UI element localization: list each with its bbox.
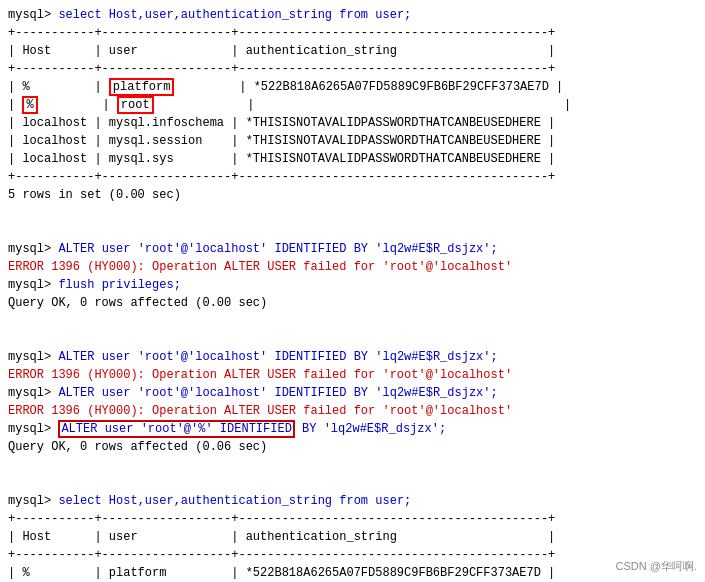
terminal-output: mysql> select Host,user,authentication_s… bbox=[0, 0, 705, 582]
table-border-4: +-----------+------------------+--------… bbox=[8, 510, 697, 528]
query-line-1: mysql> select Host,user,authentication_s… bbox=[8, 6, 697, 24]
query-ok-1: Query OK, 0 rows affected (0.00 sec) bbox=[8, 294, 697, 312]
row-session: | localhost | mysql.session | *THISISNOT… bbox=[8, 132, 697, 150]
alter-cmd-2: mysql> ALTER user 'root'@'localhost' IDE… bbox=[8, 348, 697, 366]
error-1: ERROR 1396 (HY000): Operation ALTER USER… bbox=[8, 258, 697, 276]
row-sys: | localhost | mysql.sys | *THISISNOTAVAL… bbox=[8, 150, 697, 168]
table-header: | Host | user | authentication_string | bbox=[8, 42, 697, 60]
error-2: ERROR 1396 (HY000): Operation ALTER USER… bbox=[8, 366, 697, 384]
alter-cmd-1: mysql> ALTER user 'root'@'localhost' IDE… bbox=[8, 240, 697, 258]
table-border-3: +-----------+------------------+--------… bbox=[8, 168, 697, 186]
blank-4 bbox=[8, 330, 697, 348]
table-header-2: | Host | user | authentication_string | bbox=[8, 528, 697, 546]
row-root: | % | root | | bbox=[8, 96, 697, 114]
flush-cmd: mysql> flush privileges; bbox=[8, 276, 697, 294]
blank-2 bbox=[8, 222, 697, 240]
row-infoschema: | localhost | mysql.infoschema | *THISIS… bbox=[8, 114, 697, 132]
rows-count-1: 5 rows in set (0.00 sec) bbox=[8, 186, 697, 204]
row2-platform: | % | platform | *522B818A6265A07FD5889C… bbox=[8, 564, 697, 582]
alter-cmd-4: mysql> ALTER user 'root'@'%' IDENTIFIED … bbox=[8, 420, 697, 438]
watermark: CSDN @华呵啊. bbox=[616, 559, 697, 574]
blank-3 bbox=[8, 312, 697, 330]
table-border-5: +-----------+------------------+--------… bbox=[8, 546, 697, 564]
table-border-2: +-----------+------------------+--------… bbox=[8, 60, 697, 78]
error-3: ERROR 1396 (HY000): Operation ALTER USER… bbox=[8, 402, 697, 420]
blank-5 bbox=[8, 456, 697, 474]
query-ok-2: Query OK, 0 rows affected (0.06 sec) bbox=[8, 438, 697, 456]
row-platform: | % | platform | *522B818A6265A07FD5889C… bbox=[8, 78, 697, 96]
blank-6 bbox=[8, 474, 697, 492]
alter-cmd-3: mysql> ALTER user 'root'@'localhost' IDE… bbox=[8, 384, 697, 402]
blank-1 bbox=[8, 204, 697, 222]
query-line-2: mysql> select Host,user,authentication_s… bbox=[8, 492, 697, 510]
table-border-1: +-----------+------------------+--------… bbox=[8, 24, 697, 42]
